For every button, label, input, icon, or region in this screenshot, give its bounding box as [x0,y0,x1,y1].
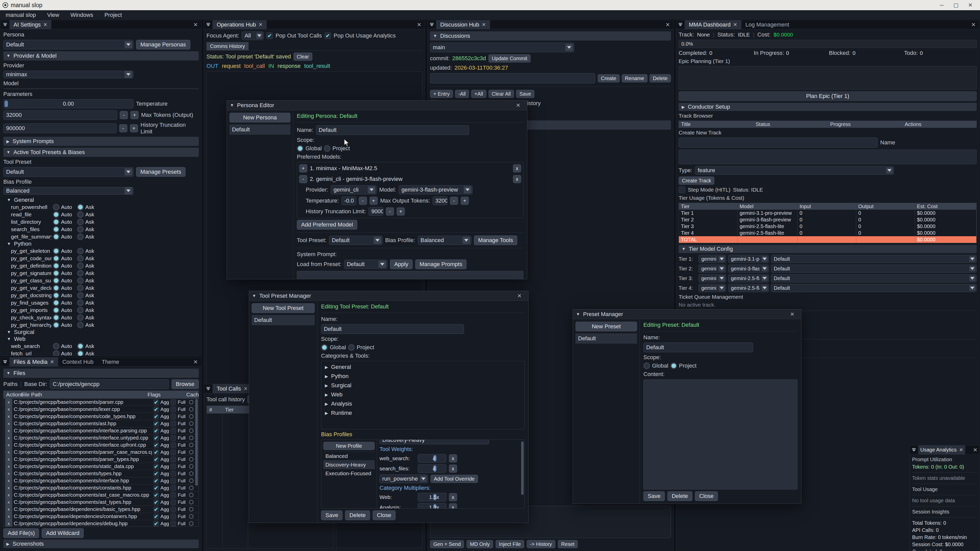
tab-mma-dashboard[interactable]: MMA Dashboard✕ [685,20,741,29]
manage-tools-button[interactable]: Manage Tools [474,235,517,245]
tier-preset-select[interactable]: Default [771,255,977,263]
remove-override-button[interactable]: x [449,454,457,462]
agg-checkbox[interactable] [153,514,159,519]
reset-button[interactable]: Reset [558,540,578,548]
plan-epic-button[interactable]: Plan Epic (Tier 1) [679,91,977,101]
tab-ai-settings[interactable]: AI Settings✕ [10,20,51,29]
scope-project-radio[interactable] [670,362,677,369]
max-tokens-increment-button[interactable]: + [461,197,469,205]
tab-context-hub[interactable]: Context Hub [58,357,97,366]
tool-preset-name-input[interactable]: Default [321,324,464,334]
remove-file-button[interactable]: x [5,406,12,413]
panel-close-icon[interactable]: ✕ [413,20,425,29]
panel-close-icon[interactable]: ✕ [189,357,201,366]
dock-menu-icon[interactable] [204,20,213,29]
entry-button[interactable]: + Entry [430,90,453,98]
new-preset-button[interactable]: New Preset [576,322,637,331]
agg-checkbox[interactable] [153,428,159,433]
remove-override-button[interactable]: x [449,503,457,508]
pref-history-input[interactable]: 900000 [369,207,383,216]
save-button[interactable]: Save [321,510,342,520]
bias-editor-scrollbar[interactable] [521,441,524,495]
remove-file-button[interactable]: x [5,499,12,506]
dialog-close-icon[interactable]: ✕ [514,293,525,299]
dialog-close-icon[interactable]: ✕ [786,311,798,318]
md-only-button[interactable]: MD Only [466,540,493,548]
manage-prompts-button[interactable]: Manage Prompts [415,259,467,269]
history-decrement-button[interactable]: - [119,124,127,132]
tier-model-config-section-header[interactable]: ▼ Tier Model Config [679,245,977,253]
delete-button[interactable]: Delete [345,510,370,520]
model-option[interactable]: MiniMax-M2.5 [3,89,199,89]
agg-checkbox[interactable] [153,449,159,455]
load-from-preset-select[interactable]: Default [344,260,387,269]
tool-group-python[interactable]: ▼Python [3,240,199,247]
max-tokens-increment-button[interactable]: + [130,111,138,119]
provider-model-section-header[interactable]: ▼ Provider & Model [3,51,199,60]
minimize-button[interactable]: ─ [935,0,949,10]
tool-preset-select[interactable]: Default [3,167,134,177]
menu-item-manual-slop[interactable]: manual slop [6,12,36,18]
category-web[interactable]: ▶Web [325,391,521,398]
max-tokens-input[interactable]: 32000 [3,110,117,120]
pref-provider-select[interactable]: gemini_cli [331,185,377,194]
agg-checkbox[interactable] [153,457,159,462]
tool-auto-radio[interactable] [53,314,59,321]
new-tool-preset-button[interactable]: New Tool Preset [251,303,315,313]
dock-menu-icon[interactable] [1,20,10,29]
bias-profile-item[interactable]: Balanced [323,451,375,460]
track-name-input[interactable] [679,138,878,148]
remove-file-button[interactable]: x [5,427,12,434]
agg-checkbox[interactable] [153,421,159,427]
max-tokens-decrement-button[interactable]: - [450,197,458,205]
maximize-button[interactable]: ▢ [949,0,963,10]
history-decrement-button[interactable]: - [386,207,394,216]
scope-project-radio[interactable] [348,344,355,351]
add-wildcard-button[interactable]: Add Wildcard [41,528,84,538]
update-commit-button[interactable]: Update Commit [488,54,531,62]
tool-ask-radio[interactable] [77,204,84,210]
menu-item-windows[interactable]: Windows [70,12,93,18]
tab-close-icon[interactable]: ✕ [43,22,47,27]
panel-close-icon[interactable]: ✕ [189,20,201,29]
tab-discussion-hub[interactable]: Discussion Hub✕ [436,20,490,29]
tool-auto-radio[interactable] [53,226,59,233]
tool-ask-radio[interactable] [77,300,84,306]
preset-name-input[interactable]: Default [643,343,753,352]
history-limit-input[interactable]: 900000 [3,124,117,133]
tab-close-icon[interactable]: ✕ [50,359,54,365]
create-track-button[interactable]: Create Track [679,176,714,185]
save-button[interactable]: Save [643,491,665,501]
agg-checkbox[interactable] [153,478,159,484]
dock-menu-icon[interactable] [910,445,918,454]
tab-comms-history[interactable]: Comms History [207,42,248,50]
remove-file-button[interactable]: x [5,477,12,484]
reorder-button[interactable]: - [299,175,307,183]
full-checkbox[interactable] [170,492,176,498]
dock-menu-icon[interactable] [1,357,10,366]
all-button[interactable]: +All [471,90,487,98]
panel-close-icon[interactable]: ✕ [662,20,673,29]
tool-auto-radio[interactable] [53,343,59,349]
scope-global-radio[interactable] [643,362,650,369]
remove-file-button[interactable]: x [5,506,12,513]
full-checkbox[interactable] [170,421,176,427]
persona-list-item[interactable]: Default [229,124,290,135]
delete-button[interactable]: Delete [649,74,671,83]
tool-ask-radio[interactable] [77,248,84,254]
reorder-button[interactable]: + [299,164,307,172]
panel-close-icon[interactable]: ✕ [967,20,979,29]
gen-send-button[interactable]: Gen + Send [430,540,464,548]
focus-agent-select[interactable]: All [242,32,264,40]
tool-auto-radio[interactable] [53,322,59,328]
tool-auto-radio[interactable] [53,255,59,262]
full-checkbox[interactable] [170,435,176,441]
tool-preset-manager-titlebar[interactable]: ▼ Tool Preset Manager ✕ [249,291,528,301]
tab-close-icon[interactable]: ✕ [259,22,262,27]
tool-ask-radio[interactable] [77,262,84,269]
remove-file-button[interactable]: x [5,441,12,449]
rename-button[interactable]: Rename [622,74,648,83]
persona-select[interactable]: Default [3,40,134,49]
remove-model-button[interactable]: x [513,175,521,183]
tool-group-web[interactable]: ▼Web [3,335,199,342]
